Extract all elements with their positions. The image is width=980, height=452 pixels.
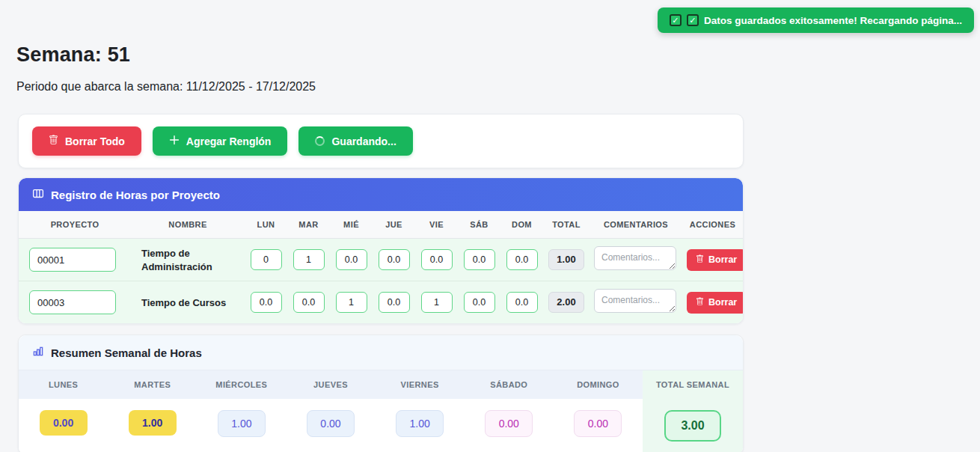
- delete-row-button[interactable]: Borrar: [687, 249, 744, 271]
- sum-value-martes: 1.00: [129, 410, 177, 436]
- hours-input-mar[interactable]: [293, 292, 325, 313]
- spinner-icon: [315, 136, 325, 146]
- comments-textarea[interactable]: [594, 289, 676, 313]
- project-row: Tiempo de Administración 1.00: [19, 239, 743, 281]
- col-proyecto: PROYECTO: [19, 211, 131, 239]
- weekly-summary-grid: LUNES MARTES MIÉRCOLES JUEVES VIERNES SÁ…: [19, 370, 743, 452]
- col-comentarios: COMENTARIOS: [589, 211, 682, 239]
- sum-col-miercoles: MIÉRCOLES: [197, 370, 286, 399]
- hours-input-dom[interactable]: [506, 292, 538, 313]
- table-columns-icon: [32, 188, 44, 201]
- hours-input-mie[interactable]: [336, 292, 367, 313]
- weekly-summary-header: Resumen Semanal de Horas: [19, 335, 743, 370]
- sum-value-miercoles: 1.00: [218, 410, 266, 437]
- hours-input-mar[interactable]: [293, 249, 325, 270]
- plus-icon: [169, 135, 180, 147]
- hours-input-sab[interactable]: [464, 249, 495, 270]
- sum-col-martes: MARTES: [108, 370, 197, 399]
- hours-input-vie[interactable]: [421, 249, 453, 270]
- saving-label: Guardando...: [331, 135, 396, 147]
- toolbar: Borrar Todo Agregar Renglón Guardando...: [18, 114, 744, 168]
- check-square-icon: ✓: [670, 14, 682, 26]
- hours-registry-title: Registro de Horas por Proyecto: [51, 189, 220, 201]
- sum-value-viernes: 1.00: [396, 410, 444, 437]
- sum-col-viernes: VIERNES: [376, 370, 465, 399]
- project-row: Tiempo de Cursos 2.00: [19, 281, 743, 324]
- sum-col-total-semanal: TOTAL SEMANAL: [643, 370, 743, 399]
- project-code-input[interactable]: [29, 248, 116, 272]
- sum-value-total-semanal: 3.00: [664, 410, 721, 442]
- row-total: 2.00: [548, 292, 584, 313]
- row-total: 1.00: [548, 249, 584, 270]
- col-mar: MAR: [287, 211, 330, 239]
- sum-value-jueves: 0.00: [307, 410, 355, 437]
- hours-table-header-row: PROYECTO NOMBRE LUN MAR MIÉ JUE VIE SÁB …: [19, 211, 743, 239]
- hours-table: PROYECTO NOMBRE LUN MAR MIÉ JUE VIE SÁB …: [19, 211, 743, 323]
- hours-input-jue[interactable]: [379, 292, 410, 313]
- add-row-button[interactable]: Agregar Renglón: [153, 126, 288, 156]
- sum-value-lunes: 0.00: [40, 410, 88, 436]
- trash-icon: [696, 297, 704, 308]
- hours-input-dom[interactable]: [506, 249, 538, 270]
- project-name: Tiempo de Cursos: [141, 297, 226, 308]
- bar-chart-icon: [32, 346, 44, 359]
- week-period-text: Periodo que abarca la semana: 11/12/2025…: [16, 80, 744, 94]
- hours-input-mie[interactable]: [336, 249, 367, 270]
- add-row-label: Agregar Renglón: [186, 135, 272, 147]
- delete-row-button[interactable]: Borrar: [687, 292, 744, 314]
- hours-input-lun[interactable]: [251, 292, 282, 313]
- col-acciones: ACCIONES: [682, 211, 743, 239]
- hours-registry-header: Registro de Horas por Proyecto: [19, 178, 743, 211]
- sum-value-domingo: 0.00: [574, 410, 622, 437]
- weekly-summary-title: Resumen Semanal de Horas: [51, 346, 202, 359]
- hours-registry-card: Registro de Horas por Proyecto PROYECTO …: [18, 177, 744, 324]
- col-mie: MIÉ: [330, 211, 373, 239]
- delete-all-label: Borrar Todo: [65, 135, 125, 147]
- check-square-icon: ✓: [687, 14, 699, 26]
- col-jue: JUE: [373, 211, 415, 239]
- comments-textarea[interactable]: [594, 246, 676, 270]
- page-title: Semana: 51: [16, 43, 744, 67]
- col-nombre: NOMBRE: [131, 211, 245, 239]
- col-dom: DOM: [500, 211, 543, 239]
- hours-input-jue[interactable]: [379, 249, 410, 270]
- hours-input-vie[interactable]: [421, 292, 453, 313]
- trash-icon: [696, 254, 704, 266]
- sum-col-lunes: LUNES: [19, 370, 108, 399]
- sum-col-sabado: SÁBADO: [465, 370, 554, 399]
- col-total: TOTAL: [543, 211, 589, 239]
- col-sab: SÁB: [458, 211, 500, 239]
- sum-col-domingo: DOMINGO: [554, 370, 643, 399]
- delete-row-label: Borrar: [708, 254, 737, 265]
- delete-row-label: Borrar: [708, 297, 737, 308]
- save-success-toast: ✓ ✓ Datos guardados exitosamente! Recarg…: [658, 7, 974, 33]
- trash-icon: [49, 135, 58, 147]
- sum-value-sabado: 0.00: [485, 410, 533, 437]
- saving-button[interactable]: Guardando...: [298, 126, 412, 156]
- hours-input-lun[interactable]: [251, 249, 282, 270]
- hours-input-sab[interactable]: [464, 292, 495, 313]
- toast-message: Datos guardados exitosamente! Recargando…: [704, 15, 962, 26]
- weekly-summary-card: Resumen Semanal de Horas LUNES MARTES MI…: [18, 335, 744, 452]
- sum-col-jueves: JUEVES: [286, 370, 375, 399]
- project-name: Tiempo de Administración: [141, 248, 212, 272]
- col-lun: LUN: [245, 211, 287, 239]
- project-code-input[interactable]: [29, 290, 116, 314]
- col-vie: VIE: [415, 211, 458, 239]
- delete-all-button[interactable]: Borrar Todo: [32, 126, 141, 156]
